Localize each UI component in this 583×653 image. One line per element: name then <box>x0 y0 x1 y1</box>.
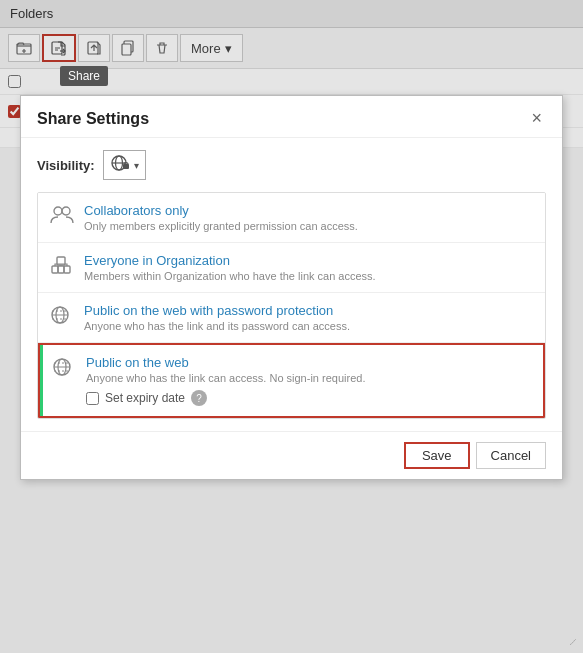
expiry-label: Set expiry date <box>105 391 185 405</box>
svg-rect-13 <box>64 266 70 273</box>
share-settings-modal: Share Settings × Visibility: <box>20 95 563 480</box>
globe-lock-icon <box>110 154 130 176</box>
help-icon[interactable]: ? <box>191 390 207 406</box>
option-organization[interactable]: Everyone in Organization Members within … <box>38 243 545 293</box>
share-tooltip: Share <box>60 66 108 86</box>
visibility-row: Visibility: ▾ <box>37 150 546 180</box>
public-password-desc: Anyone who has the link and its password… <box>84 320 533 332</box>
cancel-button[interactable]: Cancel <box>476 442 546 469</box>
globe-password-icon <box>50 305 74 330</box>
modal-footer: Save Cancel <box>21 431 562 479</box>
svg-point-9 <box>54 207 62 215</box>
organization-title: Everyone in Organization <box>84 253 533 268</box>
public-password-content: Public on the web with password protecti… <box>84 303 533 332</box>
organization-content: Everyone in Organization Members within … <box>84 253 533 282</box>
chevron-down-icon: ▾ <box>134 160 139 171</box>
collaborators-content: Collaborators only Only members explicit… <box>84 203 533 232</box>
option-public-password[interactable]: Public on the web with password protecti… <box>38 293 545 343</box>
public-web-title: Public on the web <box>86 355 531 370</box>
svg-rect-12 <box>52 266 58 273</box>
public-web-content: Public on the web Anyone who has the lin… <box>86 355 531 406</box>
organization-desc: Members within Organization who have the… <box>84 270 533 282</box>
visibility-label: Visibility: <box>37 158 95 173</box>
svg-point-10 <box>62 207 70 215</box>
modal-header: Share Settings × <box>21 96 562 138</box>
organization-icon <box>50 255 74 280</box>
globe-public-icon <box>52 357 76 382</box>
collaborators-icon <box>50 205 74 230</box>
public-web-desc: Anyone who has the link can access. No s… <box>86 372 531 384</box>
options-list: Collaborators only Only members explicit… <box>37 192 546 419</box>
expiry-row: Set expiry date ? <box>86 390 531 406</box>
main-container: Folders Share <box>0 0 583 653</box>
option-collaborators[interactable]: Collaborators only Only members explicit… <box>38 193 545 243</box>
save-button[interactable]: Save <box>404 442 470 469</box>
option-public-web[interactable]: Public on the web Anyone who has the lin… <box>38 343 545 418</box>
visibility-dropdown[interactable]: ▾ <box>103 150 146 180</box>
collaborators-title: Collaborators only <box>84 203 533 218</box>
public-password-title: Public on the web with password protecti… <box>84 303 533 318</box>
modal-body: Visibility: ▾ <box>21 138 562 431</box>
modal-close-button[interactable]: × <box>527 108 546 129</box>
modal-title: Share Settings <box>37 110 149 128</box>
collaborators-desc: Only members explicitly granted permissi… <box>84 220 533 232</box>
svg-rect-14 <box>58 266 64 273</box>
expiry-checkbox[interactable] <box>86 392 99 405</box>
selected-indicator <box>40 345 43 416</box>
